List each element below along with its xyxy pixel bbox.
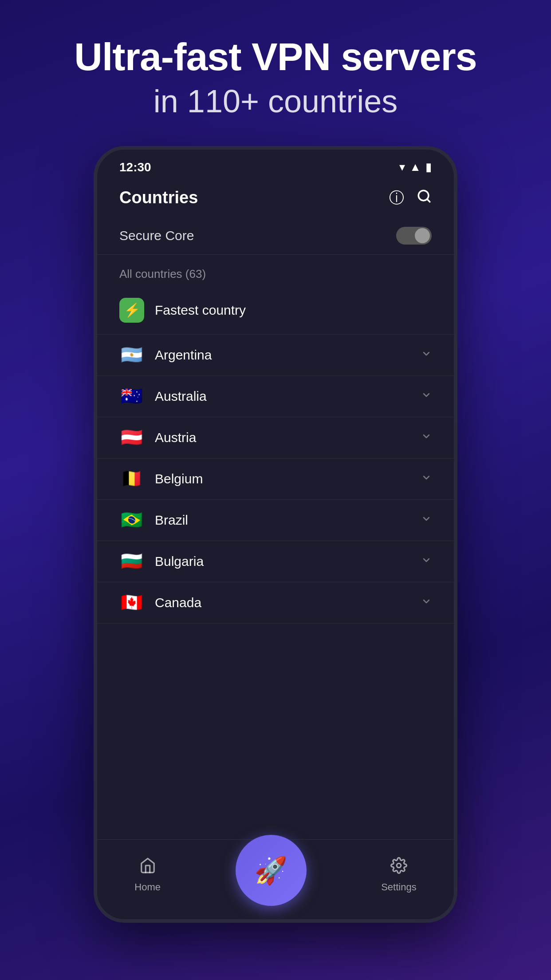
chevron-down-icon <box>421 389 432 403</box>
settings-icon <box>390 857 407 878</box>
flag-belgium: 🇧🇪 <box>119 470 144 488</box>
section-header: All countries (63) <box>97 255 454 286</box>
search-button[interactable] <box>417 188 432 208</box>
country-item-austria[interactable]: 🇦🇹Austria <box>97 417 454 458</box>
status-bar: 12:30 ▾ ▲ ▮ <box>97 150 454 179</box>
chevron-down-icon <box>421 472 432 486</box>
flag-canada: 🇨🇦 <box>119 594 144 612</box>
flag-bulgaria: 🇧🇬 <box>119 553 144 570</box>
settings-label: Settings <box>381 881 417 893</box>
bottom-nav: Home 🚀 Settings <box>97 839 454 919</box>
country-name-argentina: Argentina <box>155 348 421 363</box>
country-name-belgium: Belgium <box>155 471 421 486</box>
country-item-canada[interactable]: 🇨🇦Canada <box>97 582 454 624</box>
phone-container: 12:30 ▾ ▲ ▮ Countries ⓘ <box>94 146 457 923</box>
status-time: 12:30 <box>119 160 151 174</box>
search-icon <box>417 190 432 207</box>
country-name-canada: Canada <box>155 595 421 610</box>
country-item-belgium[interactable]: 🇧🇪Belgium <box>97 458 454 500</box>
wifi-icon: ▾ <box>399 160 405 174</box>
battery-icon: ▮ <box>425 160 432 174</box>
country-item-australia[interactable]: 🇦🇺Australia <box>97 376 454 417</box>
country-name-bulgaria: Bulgaria <box>155 554 421 569</box>
fab-connect-button[interactable]: 🚀 <box>236 835 307 906</box>
fastest-label: Fastest country <box>155 303 246 318</box>
country-item-bulgaria[interactable]: 🇧🇬Bulgaria <box>97 541 454 582</box>
secure-core-row[interactable]: Secure Core <box>97 217 454 255</box>
secure-core-label: Secure Core <box>119 228 194 243</box>
status-icons: ▾ ▲ ▮ <box>399 160 432 174</box>
nav-home[interactable]: Home <box>134 857 161 893</box>
country-item-argentina[interactable]: 🇦🇷Argentina <box>97 335 454 376</box>
flag-austria: 🇦🇹 <box>119 429 144 447</box>
chevron-down-icon <box>421 348 432 362</box>
fastest-icon: ⚡ <box>119 298 144 323</box>
signal-icon: ▲ <box>409 160 421 174</box>
nav-settings[interactable]: Settings <box>381 857 417 893</box>
country-name-austria: Austria <box>155 430 421 445</box>
hero-section: Ultra-fast VPN servers in 110+ countries <box>74 36 476 119</box>
info-button[interactable]: ⓘ <box>389 188 404 208</box>
svg-point-2 <box>397 863 401 868</box>
chevron-down-icon <box>421 513 432 527</box>
chevron-down-icon <box>421 554 432 569</box>
fastest-country-item[interactable]: ⚡ Fastest country <box>97 286 454 335</box>
country-item-brazil[interactable]: 🇧🇷Brazil <box>97 500 454 541</box>
chevron-down-icon <box>421 596 432 610</box>
home-icon <box>139 857 156 878</box>
flag-brazil: 🇧🇷 <box>119 511 144 529</box>
flag-argentina: 🇦🇷 <box>119 346 144 364</box>
flag-australia: 🇦🇺 <box>119 387 144 405</box>
country-name-brazil: Brazil <box>155 513 421 528</box>
header-actions: ⓘ <box>389 188 432 208</box>
app-title: Countries <box>119 188 198 207</box>
scrollable-content: All countries (63) ⚡ Fastest country 🇦🇷A… <box>97 255 454 919</box>
hero-title: Ultra-fast VPN servers <box>74 36 476 79</box>
app-header: Countries ⓘ <box>97 179 454 217</box>
secure-core-toggle[interactable] <box>396 227 432 245</box>
chevron-down-icon <box>421 431 432 445</box>
rocket-icon: 🚀 <box>254 855 287 886</box>
svg-line-1 <box>427 199 430 202</box>
country-list: 🇦🇷Argentina🇦🇺Australia🇦🇹Austria🇧🇪Belgium… <box>97 335 454 624</box>
country-name-australia: Australia <box>155 389 421 404</box>
hero-subtitle: in 110+ countries <box>74 83 476 119</box>
home-label: Home <box>134 881 161 893</box>
phone-notch <box>262 154 289 181</box>
info-icon: ⓘ <box>389 189 404 206</box>
toggle-knob <box>415 228 430 243</box>
